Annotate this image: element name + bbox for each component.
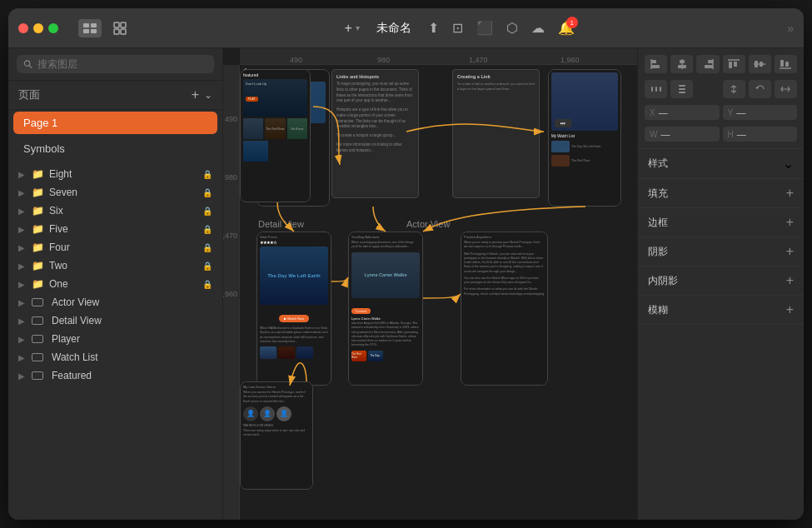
lock-icon: 🔒 [202, 170, 212, 179]
page-item-page1[interactable]: Page 1 [13, 112, 217, 134]
mockup-scrolling[interactable]: Scrolling Artboards When a prototyping d… [348, 232, 423, 386]
layer-chevron: ▶ [18, 262, 27, 271]
document-title[interactable]: 未命名 [376, 21, 411, 36]
layer-chevron: ▶ [18, 371, 27, 381]
pages-chevron[interactable]: ⌄ [204, 89, 212, 101]
search-input[interactable] [37, 58, 207, 70]
add-shadow-button[interactable]: + [786, 244, 794, 259]
flip-h-button[interactable] [723, 80, 745, 98]
y-value: — [736, 107, 745, 117]
h-label: H [728, 130, 734, 139]
align-top-button[interactable] [723, 55, 745, 73]
folder-icon: 📁 [32, 205, 44, 217]
inner-shadow-section: 内阴影 + [638, 266, 804, 296]
distribute-v-button[interactable] [670, 80, 693, 98]
shadow-toggle: + [786, 244, 794, 259]
canvas-area[interactable]: 490 980 1,470 1,960 490 980 1,470 1,960 … [223, 48, 637, 520]
style-header[interactable]: 样式 ⌄ [638, 149, 804, 178]
svg-rect-2 [83, 29, 89, 33]
folder-icon: 📁 [32, 223, 44, 235]
blur-header[interactable]: 模糊 + [638, 296, 804, 324]
distribution-row [645, 80, 797, 98]
mockup-watch-list[interactable]: ▶ ▮▮ My Watch List The Day We Left Earth [548, 69, 621, 207]
align-bottom-button[interactable] [775, 55, 797, 73]
close-button[interactable] [18, 23, 28, 33]
view-toggle-icon[interactable] [78, 19, 102, 37]
border-header[interactable]: 边框 + [638, 208, 804, 237]
mockup-preview[interactable]: Preview Anywhere When you're ready to pr… [461, 232, 548, 386]
share-icon[interactable]: ⊡ [452, 20, 463, 36]
svg-rect-18 [705, 65, 713, 68]
style-section: 样式 ⌄ [638, 149, 804, 179]
fill-section: 填充 + [638, 179, 804, 208]
fit-icon[interactable]: ⬛ [476, 20, 493, 36]
svg-rect-26 [780, 60, 784, 67]
shadow-label: 阴影 [648, 245, 668, 259]
layer-actor-view[interactable]: ▶ Actor View [8, 293, 222, 311]
distribute-h-button[interactable] [645, 80, 667, 98]
ruler-mark-980: 980 [377, 56, 390, 64]
add-fill-button[interactable]: + [786, 186, 794, 201]
ruler-mark-left-490: 490 [225, 115, 237, 123]
svg-rect-30 [655, 87, 657, 92]
search-icon [23, 59, 32, 69]
folder-icon: 📁 [32, 187, 44, 198]
layer-chevron: ▶ [18, 353, 27, 362]
layer-featured[interactable]: ▶ Featured [8, 366, 222, 385]
minimize-button[interactable] [33, 23, 43, 33]
align-middle-button[interactable] [749, 55, 771, 73]
ruler-mark-left-1960: 1,960 [223, 290, 237, 298]
layer-label: Two [49, 260, 197, 271]
h-field[interactable]: H — [723, 127, 798, 142]
layer-label: One [49, 278, 197, 290]
layer-six[interactable]: ▶ 📁 Six 🔒 [8, 202, 222, 220]
more-tools-button[interactable]: » [787, 22, 794, 35]
upload-icon[interactable]: ⬆ [428, 20, 439, 36]
add-button[interactable]: + ▾ [344, 21, 359, 36]
search-box[interactable] [17, 55, 214, 73]
maximize-button[interactable] [48, 23, 58, 33]
flip-v-button[interactable] [775, 80, 797, 98]
layer-label: Seven [49, 187, 197, 198]
page-item-symbols[interactable]: Symbols [13, 137, 217, 160]
device-icon[interactable]: ⬡ [506, 20, 518, 36]
ruler-left: 490 980 1,470 1,960 [223, 65, 240, 520]
add-border-button[interactable]: + [786, 215, 794, 230]
notification-icon[interactable]: 🔔 1 [558, 20, 575, 36]
layer-eight[interactable]: ▶ 📁 Eight 🔒 [8, 165, 222, 183]
layer-one[interactable]: ▶ 📁 One 🔒 [8, 275, 222, 293]
mockup-featured-top[interactable]: featured Don't Look Up PLAY [240, 69, 311, 202]
layer-four[interactable]: ▶ 📁 Four 🔒 [8, 238, 222, 257]
layer-player[interactable]: ▶ Player [8, 330, 222, 348]
add-blur-button[interactable]: + [786, 302, 794, 317]
layer-seven[interactable]: ▶ 📁 Seven 🔒 [8, 183, 222, 202]
align-left-button[interactable] [645, 55, 667, 73]
align-right-button[interactable] [696, 55, 719, 73]
rotate-button[interactable] [749, 80, 771, 98]
border-toggle: + [786, 215, 794, 230]
fill-header[interactable]: 填充 + [638, 179, 804, 207]
border-label: 边框 [648, 216, 668, 230]
x-field[interactable]: X — [645, 105, 720, 120]
svg-rect-21 [734, 62, 737, 67]
align-center-h-button[interactable] [670, 55, 693, 73]
svg-rect-7 [121, 29, 126, 34]
grid-icon[interactable] [108, 19, 132, 37]
layer-two[interactable]: ▶ 📁 Two 🔒 [8, 257, 222, 275]
y-field[interactable]: Y — [723, 105, 798, 120]
svg-rect-3 [91, 29, 97, 33]
shadow-header[interactable]: 阴影 + [638, 237, 804, 266]
layer-detail-view[interactable]: ▶ Detail View [8, 311, 222, 330]
main-content: 页面 + ⌄ Page 1 Symbols ▶ 📁 Eight 🔒 [8, 48, 804, 520]
layer-watch-list[interactable]: ▶ Watch List [8, 348, 222, 366]
mockup-detail-view[interactable]: Start Points ★★★★☆ The Day We Left Earth… [257, 232, 331, 386]
folder-icon: 📁 [32, 242, 44, 253]
cloud-icon[interactable]: ☁ [531, 20, 545, 36]
traffic-lights [18, 23, 58, 33]
add-inner-shadow-button[interactable]: + [786, 273, 794, 288]
w-field[interactable]: W — [645, 127, 720, 142]
add-page-button[interactable]: + [192, 87, 199, 102]
inner-shadow-header[interactable]: 内阴影 + [638, 266, 804, 295]
layer-five[interactable]: ▶ 📁 Five 🔒 [8, 220, 222, 238]
mockup-featured-bottom[interactable]: My Last Screen Items When you access the… [240, 381, 313, 490]
